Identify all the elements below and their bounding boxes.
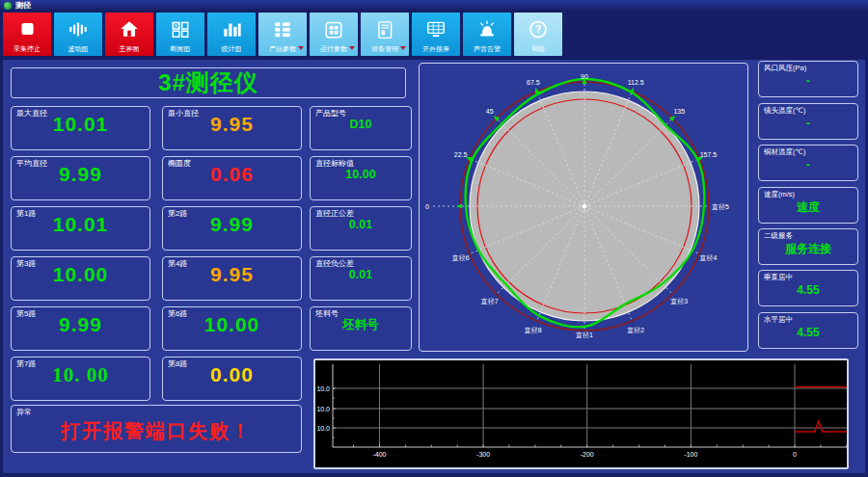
svg-text:?: ?: [535, 23, 542, 35]
window-title: 测径: [15, 2, 31, 10]
angle-label-45: 45: [486, 108, 494, 115]
device-manage-button[interactable]: 设备管理: [361, 13, 409, 56]
channel-6-value: 10.00: [163, 313, 301, 336]
min-diameter-value: 9.95: [163, 113, 301, 136]
status-panel-air-pressure: 风口风压(Pa)-: [758, 61, 858, 97]
ovality-value: 0.06: [163, 163, 301, 186]
minus-tolerance-value: 0.01: [311, 268, 411, 281]
device-icon: [361, 13, 409, 45]
channel-8-value: 0.00: [163, 363, 301, 386]
value-cell-channel-6: 第6路10.00: [162, 306, 302, 351]
air-pressure-value: -: [759, 74, 857, 88]
trend-chart-panel: 10.010.010.0-400-300-200-1000: [313, 358, 849, 469]
diameter-label-337.5: 直径4: [699, 254, 717, 262]
grid-icon: [310, 13, 358, 45]
trend-x-label-0: 0: [793, 451, 797, 458]
value-cell-plus-tolerance: 直径正公差0.01: [310, 206, 412, 251]
angle-label-22.5: 22.5: [454, 151, 468, 158]
wave-chart-button[interactable]: 波动图: [54, 13, 102, 56]
external-screen-button[interactable]: 开外接屏: [412, 13, 460, 56]
wave-chart-label: 波动图: [68, 45, 89, 52]
diameter-label-202.5: 直径6: [452, 254, 470, 262]
stats-chart-label: 统计图: [222, 45, 242, 52]
diameter-label-315: 直径3: [670, 298, 688, 305]
horizontal-center-label: 水平居中: [764, 315, 793, 324]
plus-tolerance-label: 直径正公差: [315, 209, 354, 218]
channel-3-value: 10.00: [12, 263, 149, 286]
sound-alarm-button[interactable]: 声音告警: [463, 13, 511, 56]
value-cell-channel-1: 第1路10.01: [11, 206, 150, 251]
billet-no-value: 坯料号: [311, 317, 411, 333]
waveform-icon: [54, 13, 102, 45]
value-cell-minus-tolerance: 直径负公差0.01: [310, 256, 412, 301]
section-chart-button[interactable]: 断面图: [156, 13, 204, 56]
diameter-trend-chart: 10.010.010.0-400-300-200-1000: [315, 360, 847, 467]
value-cell-min-diameter: 最小直径9.95: [162, 106, 302, 150]
speed-label: 速度(m/s): [764, 190, 795, 199]
cross-section-chart-panel: 022.54567.590112.5135157.5直径1直径2直径3直径4直径…: [419, 63, 748, 352]
status-panel-horizontal-center: 水平居中4.55: [758, 312, 858, 349]
value-cell-avg-diameter: 平均直径9.99: [11, 156, 150, 200]
collect-stop-button[interactable]: 采集停止: [3, 13, 51, 56]
stats-chart-button[interactable]: 统计图: [207, 13, 256, 56]
angle-label-112.5: 112.5: [628, 79, 644, 86]
value-cell-nominal-diameter: 直径标称值10.00: [310, 156, 412, 200]
trend-y-label-1: 10.0: [316, 406, 330, 412]
nominal-diameter-label: 直径标称值: [315, 159, 354, 168]
minus-tolerance-label: 直径负公差: [315, 259, 354, 268]
gauge-title: 3#测径仪: [158, 67, 258, 98]
collect-stop-label: 采集停止: [14, 45, 41, 52]
value-cell-channel-8: 第8路0.00: [162, 357, 302, 401]
trend-x-label--400: -400: [372, 451, 386, 458]
trend-x-label--100: -100: [684, 451, 697, 458]
max-diameter-value: 10.01: [12, 113, 149, 136]
external-screen-label: 开外接屏: [422, 45, 449, 52]
status-panel-vertical-center: 垂直居中4.55: [758, 270, 858, 306]
cross-section-polar-chart: 022.54567.590112.5135157.5直径1直径2直径3直径4直径…: [420, 64, 746, 350]
help-label: 帮助: [531, 45, 545, 52]
air-pressure-label: 风口风压(Pa): [764, 64, 806, 72]
trend-y-label-0: 10.0: [316, 385, 330, 392]
trend-x-label--300: -300: [476, 451, 490, 458]
value-cell-product-model: 产品型号D10: [310, 106, 412, 150]
nominal-diameter-value: 10.00: [311, 168, 411, 181]
secondary-service-value: 服务连接: [759, 241, 857, 257]
status-panel-copper-temperature: 铜材温度(℃)-: [758, 145, 858, 181]
product-params-label: 产品参数: [269, 45, 296, 52]
main-screen-button[interactable]: 主界面: [105, 13, 153, 56]
app-icon: [4, 2, 12, 10]
lens-temperature-value: -: [759, 117, 857, 130]
siren-icon: [463, 13, 511, 45]
status-panel-secondary-service: 二级服务服务连接: [758, 228, 858, 265]
help-icon: ?: [514, 13, 562, 45]
channel-2-value: 9.99: [163, 213, 301, 236]
channel-1-value: 10.01: [12, 213, 149, 236]
value-cell-channel-4: 第4路9.95: [162, 256, 302, 301]
status-panel-speed: 速度(m/s)速度: [758, 187, 858, 224]
product-model-label: 产品型号: [315, 109, 346, 118]
product-params-button[interactable]: 产品参数: [258, 13, 307, 56]
home-icon: [105, 13, 153, 45]
help-button[interactable]: ?帮助: [514, 13, 562, 56]
value-cell-channel-5: 第5路9.99: [11, 306, 150, 351]
monitor-icon: [412, 13, 460, 45]
run-params-button[interactable]: 运行参数: [310, 13, 358, 56]
device-manage-label: 设备管理: [371, 45, 398, 52]
angle-label-135: 135: [673, 108, 685, 115]
avg-diameter-value: 9.99: [12, 163, 149, 186]
lens-temperature-label: 镜头温度(℃): [764, 106, 805, 115]
horizontal-center-value: 4.55: [759, 326, 857, 339]
trend-series-lower-red: [795, 421, 847, 432]
copper-temperature-value: -: [759, 158, 857, 172]
section-chart-label: 断面图: [171, 45, 191, 52]
copper-temperature-label: 铜材温度(℃): [764, 147, 805, 156]
toolbar: 采集停止波动图主界面断面图统计图产品参数运行参数设备管理开外接屏声音告警?帮助: [3, 13, 562, 56]
angle-label-67.5: 67.5: [527, 79, 540, 86]
vertical-center-value: 4.55: [759, 283, 857, 297]
main-screen-label: 主界面: [120, 45, 140, 52]
trend-y-label-2: 10.0: [316, 425, 330, 432]
diameter-label-247.5: 直径8: [525, 327, 542, 334]
angle-label-90: 90: [581, 73, 588, 80]
value-cell-channel-3: 第3路10.00: [11, 256, 150, 301]
list-icon: [258, 13, 307, 45]
